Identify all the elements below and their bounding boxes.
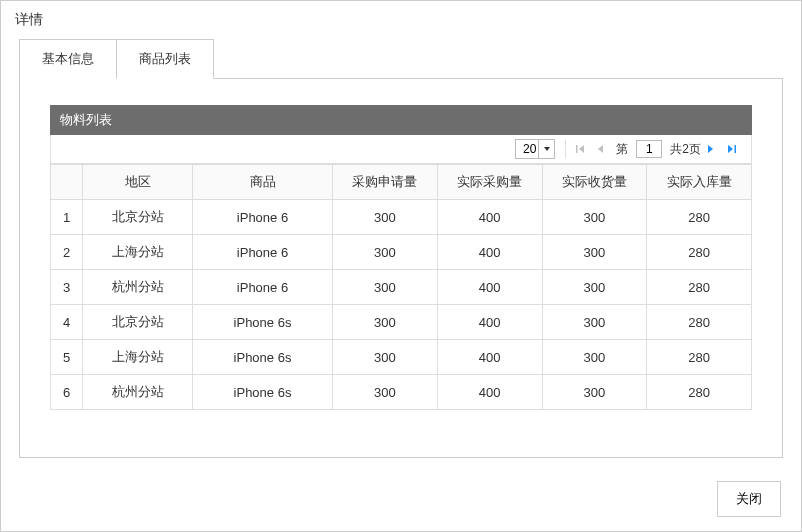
- cell-apply: 300: [333, 340, 438, 375]
- cell-stock: 280: [647, 305, 752, 340]
- col-index: [51, 165, 83, 200]
- svg-rect-0: [576, 145, 578, 153]
- cell-receive: 300: [542, 200, 647, 235]
- cell-idx: 1: [51, 200, 83, 235]
- cell-product: iPhone 6: [193, 200, 333, 235]
- svg-rect-1: [735, 145, 737, 153]
- cell-stock: 280: [647, 235, 752, 270]
- cell-stock: 280: [647, 270, 752, 305]
- cell-purchase: 400: [437, 305, 542, 340]
- cell-idx: 4: [51, 305, 83, 340]
- cell-receive: 300: [542, 305, 647, 340]
- cell-purchase: 400: [437, 270, 542, 305]
- table-row: 1北京分站iPhone 6300400300280: [51, 200, 752, 235]
- cell-stock: 280: [647, 340, 752, 375]
- cell-purchase: 400: [437, 375, 542, 410]
- cell-purchase: 400: [437, 340, 542, 375]
- material-table: 地区 商品 采购申请量 实际采购量 实际收货量 实际入库量 1北京分站iPhon…: [50, 164, 752, 410]
- table-row: 6杭州分站iPhone 6s300400300280: [51, 375, 752, 410]
- cell-region: 上海分站: [83, 340, 193, 375]
- dialog: 详情 基本信息 商品列表 物料列表 第 共2页: [0, 0, 802, 532]
- close-button[interactable]: 关闭: [717, 481, 781, 517]
- dialog-footer: 关闭: [717, 481, 781, 517]
- page-prefix-label: 第: [616, 141, 628, 158]
- cell-region: 杭州分站: [83, 270, 193, 305]
- dialog-title: 详情: [1, 11, 801, 39]
- total-pages-label: 共2页: [670, 141, 701, 158]
- col-apply: 采购申请量: [333, 165, 438, 200]
- tab-basic-info[interactable]: 基本信息: [19, 39, 116, 79]
- table-row: 3杭州分站iPhone 6300400300280: [51, 270, 752, 305]
- current-page-input[interactable]: [636, 140, 662, 158]
- cell-purchase: 400: [437, 200, 542, 235]
- cell-stock: 280: [647, 200, 752, 235]
- pagination-toolbar: 第 共2页: [50, 135, 752, 164]
- cell-stock: 280: [647, 375, 752, 410]
- col-product: 商品: [193, 165, 333, 200]
- cell-region: 北京分站: [83, 200, 193, 235]
- cell-receive: 300: [542, 270, 647, 305]
- table-row: 5上海分站iPhone 6s300400300280: [51, 340, 752, 375]
- cell-region: 上海分站: [83, 235, 193, 270]
- page-size-select[interactable]: [515, 139, 555, 159]
- cell-idx: 6: [51, 375, 83, 410]
- cell-receive: 300: [542, 375, 647, 410]
- cell-idx: 5: [51, 340, 83, 375]
- table-row: 2上海分站iPhone 6300400300280: [51, 235, 752, 270]
- cell-product: iPhone 6: [193, 235, 333, 270]
- tab-product-list[interactable]: 商品列表: [116, 39, 214, 79]
- chevron-down-icon[interactable]: [538, 140, 554, 158]
- cell-receive: 300: [542, 340, 647, 375]
- next-page-icon[interactable]: [707, 144, 721, 154]
- last-page-icon[interactable]: [727, 144, 741, 154]
- cell-apply: 300: [333, 375, 438, 410]
- cell-product: iPhone 6: [193, 270, 333, 305]
- cell-apply: 300: [333, 270, 438, 305]
- prev-page-icon[interactable]: [596, 144, 610, 154]
- table-row: 4北京分站iPhone 6s300400300280: [51, 305, 752, 340]
- page-size-input[interactable]: [516, 140, 538, 158]
- tabs: 基本信息 商品列表: [1, 39, 801, 79]
- cell-purchase: 400: [437, 235, 542, 270]
- col-purchase: 实际采购量: [437, 165, 542, 200]
- cell-apply: 300: [333, 200, 438, 235]
- first-page-icon[interactable]: [576, 144, 590, 154]
- col-stock: 实际入库量: [647, 165, 752, 200]
- cell-receive: 300: [542, 235, 647, 270]
- cell-product: iPhone 6s: [193, 375, 333, 410]
- col-region: 地区: [83, 165, 193, 200]
- cell-idx: 3: [51, 270, 83, 305]
- cell-region: 杭州分站: [83, 375, 193, 410]
- table-header-row: 地区 商品 采购申请量 实际采购量 实际收货量 实际入库量: [51, 165, 752, 200]
- col-receive: 实际收货量: [542, 165, 647, 200]
- section-title: 物料列表: [50, 105, 752, 135]
- cell-apply: 300: [333, 305, 438, 340]
- cell-product: iPhone 6s: [193, 340, 333, 375]
- separator: [565, 140, 566, 158]
- cell-apply: 300: [333, 235, 438, 270]
- cell-idx: 2: [51, 235, 83, 270]
- cell-product: iPhone 6s: [193, 305, 333, 340]
- cell-region: 北京分站: [83, 305, 193, 340]
- tab-content: 物料列表 第 共2页: [19, 78, 783, 458]
